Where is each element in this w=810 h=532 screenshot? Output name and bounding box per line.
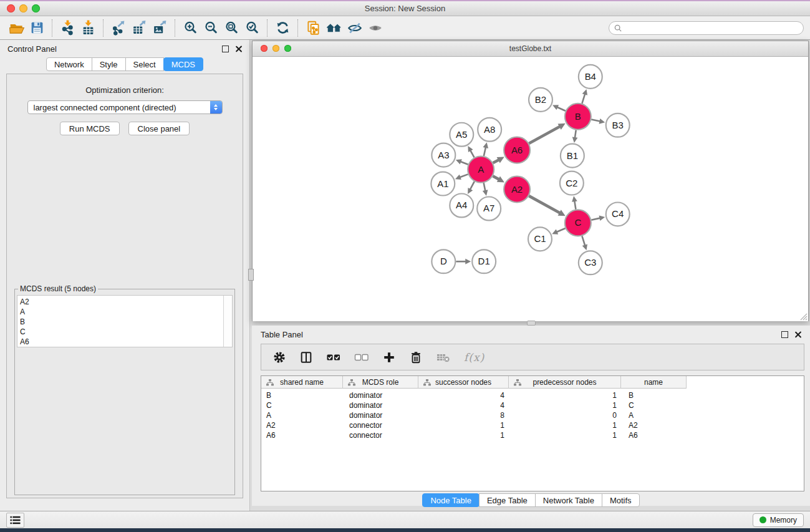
run-mcds-button[interactable]: Run MCDS (60, 122, 120, 135)
graph-edge-B-B1[interactable] (575, 130, 576, 138)
graph-edge-A2-C[interactable] (529, 196, 560, 213)
show-graphics-details-button[interactable] (365, 19, 385, 37)
graph-node-C2[interactable]: C2 (560, 172, 584, 195)
tab-select[interactable]: Select (125, 57, 164, 71)
graph-edge-A-A7[interactable] (484, 183, 486, 191)
graph-node-C4[interactable]: C4 (606, 202, 630, 226)
table-row[interactable]: A6 connector 1 1 A6 (261, 430, 804, 440)
graph-node-A6[interactable]: A6 (504, 137, 530, 163)
vertical-splitter-handle[interactable] (248, 269, 254, 281)
zoom-fit-button[interactable] (221, 19, 242, 37)
list-item[interactable]: A6 (20, 337, 232, 347)
graph-node-A4[interactable]: A4 (450, 194, 473, 218)
list-item[interactable]: A (20, 307, 232, 317)
graph-edge-C-C2[interactable] (574, 201, 576, 210)
export-table-button[interactable] (129, 19, 150, 37)
list-item[interactable]: B (20, 317, 232, 327)
graph-node-A5[interactable]: A5 (450, 123, 473, 147)
save-session-button[interactable] (27, 19, 47, 37)
graph-edge-A6-B[interactable] (529, 127, 560, 143)
tab-node-table[interactable]: Node Table (422, 493, 480, 507)
column-header-predecessor-nodes[interactable]: predecessor nodes (509, 376, 621, 389)
table-row[interactable]: A2 connector 1 1 A2 (261, 420, 804, 430)
graph-edge-A-A5[interactable] (470, 150, 474, 157)
table-row[interactable]: B dominator 4 1 B (261, 390, 804, 400)
network-canvas[interactable]: B4B2BB3A8A5A6A3B1AA1C2A2A4A7C4CC1C3DD1 (253, 57, 808, 321)
home-views-button[interactable] (324, 19, 344, 37)
export-network-button[interactable] (108, 19, 129, 37)
deselect-all-button[interactable] (354, 350, 369, 365)
add-column-button[interactable] (382, 351, 396, 364)
show-task-history-button[interactable] (6, 513, 24, 528)
zoom-selected-button[interactable] (242, 19, 263, 37)
graph-edge-B-B2[interactable] (557, 107, 565, 111)
graph-node-C1[interactable]: C1 (528, 227, 552, 251)
table-settings-button[interactable] (272, 351, 286, 364)
minimize-view-icon[interactable] (272, 45, 279, 52)
search-field[interactable] (609, 21, 804, 35)
graph-node-A2[interactable]: A2 (504, 177, 530, 203)
minimize-window-icon[interactable] (19, 4, 27, 12)
table-row[interactable]: C dominator 4 1 C (261, 400, 804, 410)
refresh-layout-button[interactable] (272, 19, 293, 37)
graph-edge-A-A8[interactable] (484, 147, 486, 156)
import-network-button[interactable] (57, 19, 78, 37)
table-row[interactable]: A dominator 8 0 A (261, 410, 804, 420)
graph-edge-A-A3[interactable] (460, 162, 468, 165)
zoom-out-button[interactable] (201, 19, 221, 37)
float-panel-icon[interactable] (222, 46, 229, 52)
column-header-name[interactable]: name (621, 376, 687, 389)
delete-column-button[interactable] (409, 351, 423, 364)
zoom-in-button[interactable] (180, 19, 201, 37)
import-table-button[interactable] (78, 19, 99, 37)
tab-network-table[interactable]: Network Table (535, 493, 602, 507)
tab-network[interactable]: Network (46, 57, 92, 71)
graph-edge-B-B3[interactable] (591, 119, 600, 121)
graph-edge-C-C3[interactable] (582, 236, 585, 245)
graph-node-B3[interactable]: B3 (606, 114, 630, 137)
graph-node-D[interactable]: D (432, 249, 455, 273)
graph-node-A1[interactable]: A1 (431, 172, 455, 196)
close-view-icon[interactable] (261, 45, 268, 52)
list-scrollbar[interactable] (223, 296, 232, 347)
graph-node-B2[interactable]: B2 (529, 88, 552, 112)
graph-node-B4[interactable]: B4 (579, 65, 602, 89)
tab-edge-table[interactable]: Edge Table (479, 493, 536, 507)
graph-node-A[interactable]: A (468, 157, 494, 183)
network-graph[interactable]: B4B2BB3A8A5A6A3B1AA1C2A2A4A7C4CC1C3DD1 (253, 57, 808, 321)
clone-network-button[interactable] (303, 19, 324, 37)
show-column-button[interactable] (299, 351, 313, 364)
graph-node-C3[interactable]: C3 (579, 251, 602, 274)
graph-node-B[interactable]: B (565, 104, 591, 130)
horizontal-splitter-handle[interactable] (527, 321, 536, 326)
criterion-dropdown[interactable]: largest connected component (directed) (27, 100, 223, 114)
list-item[interactable]: C (20, 327, 232, 337)
graph-node-A3[interactable]: A3 (432, 143, 455, 167)
close-window-icon[interactable] (7, 4, 15, 12)
column-header-mcds-role[interactable]: MCDS role (343, 376, 418, 389)
search-input[interactable] (625, 23, 798, 33)
graph-node-B1[interactable]: B1 (561, 144, 584, 168)
graph-edge-A-A4[interactable] (470, 181, 475, 190)
float-table-panel-icon[interactable] (781, 331, 788, 338)
close-panel-icon[interactable] (235, 46, 242, 52)
graph-edge-B-B4[interactable] (582, 94, 585, 104)
memory-button[interactable]: Memory (753, 513, 804, 527)
hide-graphics-details-button[interactable] (344, 19, 365, 37)
close-table-panel-icon[interactable] (794, 331, 801, 338)
tab-mcds[interactable]: MCDS (163, 57, 203, 71)
graph-edge-A-A1[interactable] (460, 174, 468, 177)
graph-node-A7[interactable]: A7 (477, 196, 501, 220)
graph-edge-C-C4[interactable] (591, 218, 600, 220)
graph-node-A8[interactable]: A8 (478, 118, 501, 142)
graph-node-C[interactable]: C (565, 210, 591, 236)
graph-edge-A-A6[interactable] (493, 160, 499, 163)
tab-motifs[interactable]: Motifs (602, 493, 640, 507)
zoom-view-icon[interactable] (284, 45, 291, 52)
list-item[interactable]: A2 (20, 297, 232, 307)
graph-edge-A-A2[interactable] (493, 176, 499, 179)
export-image-button[interactable] (150, 19, 170, 37)
tab-style[interactable]: Style (92, 57, 126, 71)
graph-node-D1[interactable]: D1 (472, 249, 496, 273)
select-all-button[interactable] (326, 350, 341, 365)
